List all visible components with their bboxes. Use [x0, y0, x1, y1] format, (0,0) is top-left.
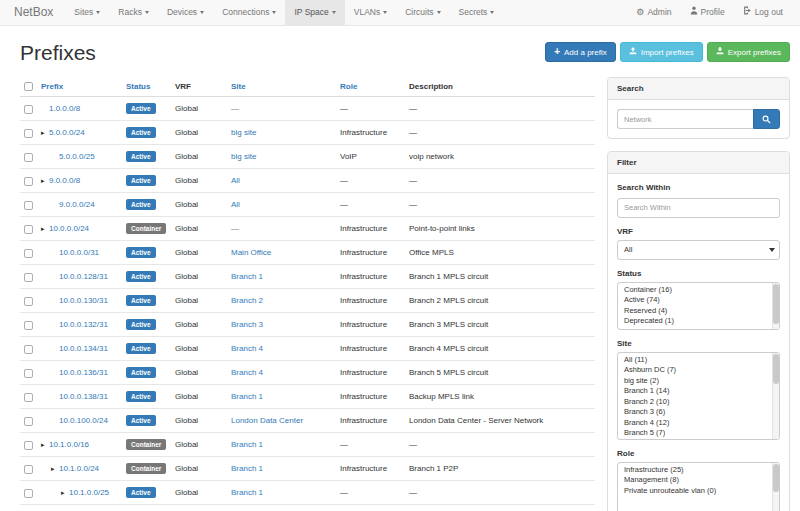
nav-item[interactable]: Devices	[158, 0, 213, 25]
site-link[interactable]: Branch 1	[231, 488, 263, 497]
prefix-link[interactable]: 10.0.0.128/31	[59, 272, 108, 281]
prefix-link[interactable]: 10.0.0.130/31	[59, 296, 108, 305]
nav-item-admin[interactable]: ⚙ Admin	[627, 0, 680, 25]
add-prefix-button[interactable]: + Add a prefix	[545, 42, 616, 62]
expand-caret-icon[interactable]: ▸	[61, 489, 69, 497]
select-option[interactable]: big site (2)	[618, 376, 769, 387]
select-all-checkbox[interactable]	[24, 82, 33, 91]
vrf-select[interactable]: All	[617, 240, 780, 260]
row-checkbox[interactable]	[24, 201, 33, 210]
select-option[interactable]: Active (74)	[618, 295, 769, 306]
navbar-brand[interactable]: NetBox	[0, 0, 65, 25]
select-option[interactable]: Branch 1 (14)	[618, 386, 769, 397]
import-prefixes-button[interactable]: Import prefixes	[620, 42, 703, 62]
site-link[interactable]: Branch 4	[231, 368, 263, 377]
prefix-link[interactable]: 10.1.0.0/16	[49, 440, 89, 449]
site-link[interactable]: Branch 3	[231, 320, 263, 329]
row-checkbox[interactable]	[24, 249, 33, 258]
column-sort-link[interactable]: Site	[231, 82, 246, 91]
select-option[interactable]: Branch 4 (12)	[618, 418, 769, 429]
row-checkbox[interactable]	[24, 129, 33, 138]
row-checkbox[interactable]	[24, 441, 33, 450]
row-checkbox[interactable]	[24, 321, 33, 330]
select-option[interactable]: COLO-1-24 (0)	[618, 439, 769, 440]
status-listbox[interactable]: Container (16)Active (74)Reserved (4)Dep…	[617, 282, 780, 330]
select-option[interactable]: Reserved (4)	[618, 306, 769, 317]
prefix-link[interactable]: 10.0.0.136/31	[59, 368, 108, 377]
row-checkbox[interactable]	[24, 465, 33, 474]
row-checkbox[interactable]	[24, 273, 33, 282]
prefix-link[interactable]: 5.0.0.0/24	[49, 128, 85, 137]
prefix-link[interactable]: 10.0.0.132/31	[59, 320, 108, 329]
prefix-link[interactable]: 9.0.0.0/24	[59, 200, 95, 209]
column-sort-link[interactable]: Status	[126, 82, 150, 91]
prefix-link[interactable]: 1.0.0.0/8	[49, 104, 80, 113]
nav-item-logout[interactable]: Log out	[734, 0, 792, 25]
scrollbar[interactable]	[772, 353, 779, 439]
prefix-link[interactable]: 9.0.0.0/8	[49, 176, 80, 185]
select-option[interactable]: All (11)	[618, 355, 769, 366]
role-listbox[interactable]: Infrastructure (25)Management (8)Private…	[617, 462, 780, 511]
expand-caret-icon[interactable]: ▸	[41, 225, 49, 233]
site-link[interactable]: big site	[231, 152, 256, 161]
row-checkbox[interactable]	[24, 177, 33, 186]
site-link[interactable]: Main Office	[231, 248, 271, 257]
row-checkbox[interactable]	[24, 153, 33, 162]
site-link[interactable]: big site	[231, 128, 256, 137]
scrollbar[interactable]	[772, 283, 779, 329]
site-link[interactable]: Branch 1	[231, 392, 263, 401]
expand-caret-icon[interactable]: ▸	[41, 129, 49, 137]
nav-item[interactable]: IP Space	[285, 0, 344, 25]
select-option[interactable]: Container (16)	[618, 285, 769, 296]
prefix-link[interactable]: 10.0.0.0/31	[59, 248, 99, 257]
prefix-link[interactable]: 10.0.0.134/31	[59, 344, 108, 353]
site-link[interactable]: Branch 1	[231, 440, 263, 449]
nav-item[interactable]: Racks	[109, 0, 158, 25]
site-link[interactable]: London Data Center	[231, 416, 303, 425]
row-checkbox[interactable]	[24, 225, 33, 234]
prefix-link[interactable]: 10.0.0.0/24	[49, 224, 89, 233]
row-checkbox[interactable]	[24, 393, 33, 402]
column-sort-link[interactable]: Role	[340, 82, 357, 91]
prefix-link[interactable]: 5.0.0.0/25	[59, 152, 95, 161]
search-button[interactable]	[753, 109, 780, 129]
select-option[interactable]: Management (8)	[618, 475, 769, 486]
expand-caret-icon[interactable]: ▸	[41, 177, 49, 185]
site-listbox[interactable]: All (11)Ashburn DC (7)big site (2)Branch…	[617, 352, 780, 440]
search-within-input[interactable]	[617, 198, 780, 218]
expand-caret-icon[interactable]: ▸	[41, 441, 49, 449]
nav-item[interactable]: Sites	[65, 0, 109, 25]
expand-caret-icon[interactable]: ▸	[51, 465, 59, 473]
select-option[interactable]: Infrastructure (25)	[618, 465, 769, 476]
export-prefixes-button[interactable]: Export prefixes	[707, 42, 790, 62]
site-link[interactable]: Branch 4	[231, 344, 263, 353]
nav-item-profile[interactable]: Profile	[681, 0, 734, 25]
select-option[interactable]: Branch 5 (7)	[618, 428, 769, 439]
nav-item[interactable]: VLANs	[345, 0, 396, 25]
column-sort-link[interactable]: Prefix	[41, 82, 63, 91]
select-option[interactable]: Deprecated (1)	[618, 316, 769, 327]
select-option[interactable]: Branch 3 (6)	[618, 407, 769, 418]
prefix-link[interactable]: 10.0.0.138/31	[59, 392, 108, 401]
prefix-link[interactable]: 10.1.0.0/25	[69, 488, 109, 497]
row-checkbox[interactable]	[24, 345, 33, 354]
scrollbar[interactable]	[772, 463, 779, 511]
site-link[interactable]: Branch 1	[231, 464, 263, 473]
site-link[interactable]: Branch 1	[231, 272, 263, 281]
site-link[interactable]: All	[231, 200, 240, 209]
row-checkbox[interactable]	[24, 369, 33, 378]
row-checkbox[interactable]	[24, 489, 33, 498]
site-link[interactable]: Branch 2	[231, 296, 263, 305]
search-input[interactable]	[617, 109, 753, 129]
row-checkbox[interactable]	[24, 105, 33, 114]
nav-item[interactable]: Connections	[213, 0, 285, 25]
select-option[interactable]: Private unrouteable vlan (0)	[618, 486, 769, 497]
nav-item[interactable]: Secrets	[450, 0, 504, 25]
nav-item[interactable]: Circuits	[396, 0, 449, 25]
prefix-link[interactable]: 10.0.100.0/24	[59, 416, 108, 425]
row-checkbox[interactable]	[24, 297, 33, 306]
select-option[interactable]: Branch 2 (10)	[618, 397, 769, 408]
prefix-link[interactable]: 10.1.0.0/24	[59, 464, 99, 473]
site-link[interactable]: All	[231, 176, 240, 185]
select-option[interactable]: Ashburn DC (7)	[618, 365, 769, 376]
